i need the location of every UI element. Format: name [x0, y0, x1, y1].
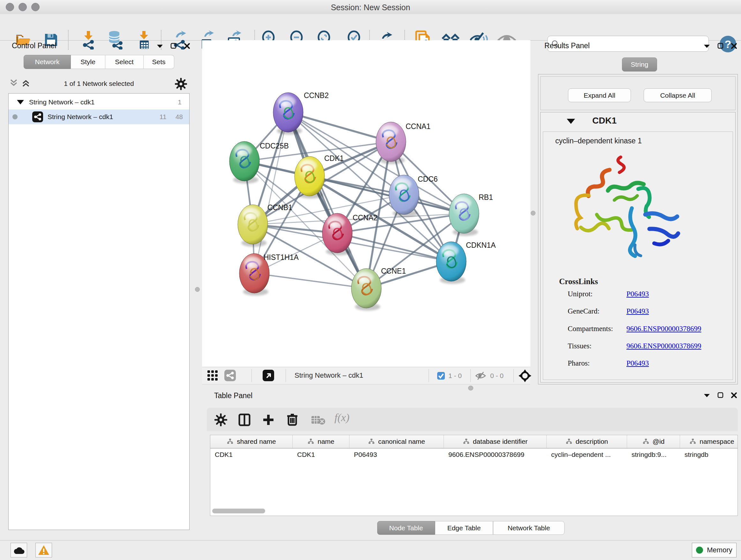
panel-float-icon[interactable]	[718, 43, 724, 49]
footer-separator	[470, 369, 471, 382]
delete-table-icon[interactable]	[312, 415, 326, 425]
results-panel-window-controls	[703, 43, 737, 49]
import-table-icon[interactable]	[134, 30, 154, 50]
tab-node-table[interactable]: Node Table	[377, 521, 435, 535]
panel-float-icon[interactable]	[171, 43, 177, 49]
network-share-badge-icon[interactable]	[224, 370, 236, 381]
collection-expand-icon[interactable]	[17, 100, 24, 105]
node-label-CDC6: CDC6	[418, 175, 438, 183]
import-network-file-icon[interactable]	[78, 30, 98, 50]
left-splitter-handle[interactable]	[195, 287, 200, 292]
selected-checkbox-icon[interactable]	[437, 372, 445, 380]
function-builder-icon[interactable]: f(x)	[334, 412, 349, 424]
table-cell: stringdb:9...	[627, 449, 680, 461]
node-CDC6[interactable]: CDC6	[389, 175, 438, 217]
panel-close-icon[interactable]	[184, 43, 190, 49]
column-header-description[interactable]: description	[547, 435, 627, 448]
expand-all-button[interactable]: Expand All	[568, 88, 631, 102]
table-panel-title: Table Panel	[214, 391, 253, 400]
collection-count: 1	[178, 98, 182, 106]
show-columns-icon[interactable]	[238, 414, 251, 426]
collapse-all-button[interactable]: Collapse All	[644, 88, 712, 102]
crosslink-link[interactable]: P06493	[626, 359, 649, 368]
open-in-window-icon[interactable]	[263, 370, 274, 381]
tab-string[interactable]: String	[622, 57, 657, 71]
node-label-RB1: RB1	[479, 193, 493, 201]
column-header-canonical-name[interactable]: canonical name	[349, 435, 444, 448]
column-header-@id[interactable]: @id	[627, 435, 680, 448]
window-title: Session: New Session	[0, 3, 741, 12]
tab-select[interactable]: Select	[105, 55, 144, 69]
node-CCNB2[interactable]: CCNB2	[273, 91, 329, 135]
table-panel-window-controls	[703, 392, 737, 398]
node-CDC25B[interactable]: CDC25B	[229, 141, 289, 184]
memory-label: Memory	[707, 546, 732, 554]
node-label-CCNA1: CCNA1	[406, 122, 430, 131]
network-tree: String Network – cdk1 1 String Network –…	[8, 93, 190, 530]
warning-status-button[interactable]	[36, 543, 52, 557]
tab-network-table[interactable]: Network Table	[493, 521, 564, 535]
node-HIST1H1A[interactable]: HIST1H1A	[239, 253, 299, 296]
birds-eye-grid-icon[interactable]	[207, 370, 218, 381]
protein-structure-image	[558, 147, 686, 269]
network-canvas[interactable]: CCNB2CCNA1CDC25BCDK1CDC6RB1CCNB1CCNA2CDK…	[202, 40, 530, 367]
node-table[interactable]: shared namenamecanonical namedatabase id…	[210, 435, 738, 516]
crosslink-link[interactable]: 9606.ENSP00000378699	[626, 325, 701, 333]
tab-edge-table[interactable]: Edge Table	[435, 521, 493, 535]
right-splitter-handle[interactable]	[531, 211, 536, 215]
table-gear-icon[interactable]	[214, 414, 227, 426]
add-column-icon[interactable]	[262, 414, 275, 426]
panel-float-icon[interactable]	[718, 392, 724, 398]
network-options-gear-icon[interactable]	[175, 78, 187, 90]
horizontal-splitter-handle[interactable]	[468, 386, 473, 390]
column-header-shared-name[interactable]: shared name	[210, 435, 293, 448]
column-header-name[interactable]: name	[293, 435, 349, 448]
import-network-database-icon[interactable]	[106, 30, 125, 50]
panel-close-icon[interactable]	[731, 392, 737, 398]
network-view-toolbar: String Network – cdk1 1 - 0 0 - 0	[202, 367, 530, 384]
tab-network[interactable]: Network	[23, 55, 71, 69]
cloud-icon	[13, 546, 25, 555]
network-edge-count: 48	[176, 113, 183, 121]
node-label-CCNB2: CCNB2	[304, 91, 329, 100]
memory-button[interactable]: Memory	[692, 543, 737, 557]
collapse-all-networks-icon[interactable]	[9, 78, 18, 87]
table-row[interactable]: CDK1CDK1P064939606.ENSP00000378699cyclin…	[210, 449, 738, 461]
network-row-selected[interactable]: String Network – cdk1 11 48	[9, 110, 189, 124]
panel-menu-icon[interactable]	[156, 44, 163, 48]
expand-all-networks-icon[interactable]	[21, 78, 30, 87]
delete-column-trash-icon[interactable]	[286, 413, 299, 426]
cloud-status-button[interactable]	[10, 543, 27, 557]
node-label-HIST1H1A: HIST1H1A	[264, 253, 299, 261]
column-type-icon	[565, 438, 572, 445]
node-CCNE1[interactable]: CCNE1	[351, 267, 406, 311]
node-label-CDK1: CDK1	[324, 154, 344, 163]
node-RB1[interactable]: RB1	[449, 193, 493, 236]
network-collection-row[interactable]: String Network – cdk1 1	[9, 95, 189, 110]
node-CCNB1[interactable]: CCNB1	[238, 203, 292, 247]
fit-content-crosshair-icon[interactable]	[519, 369, 531, 382]
panel-menu-icon[interactable]	[703, 393, 711, 397]
column-type-icon	[643, 438, 650, 445]
node-CDKN1A[interactable]: CDKN1A	[436, 241, 496, 284]
table-cell: P06493	[349, 449, 444, 461]
column-header-namespace[interactable]: namespace	[680, 435, 738, 448]
tab-style[interactable]: Style	[71, 55, 105, 69]
entry-description: cyclin–dependent kinase 1	[555, 137, 642, 145]
column-type-icon	[463, 438, 470, 445]
column-header-database-identifier[interactable]: database identifier	[444, 435, 547, 448]
crosslink-link[interactable]: 9606.ENSP00000378699	[626, 342, 701, 350]
control-panel-window-controls	[156, 43, 190, 49]
footer-separator	[286, 369, 286, 382]
network-node-count: 11	[159, 113, 166, 121]
horizontal-scrollbar[interactable]	[212, 509, 265, 513]
column-type-icon	[689, 438, 696, 445]
panel-menu-icon[interactable]	[703, 44, 711, 48]
tab-sets[interactable]: Sets	[144, 55, 174, 69]
crosslink-link[interactable]: P06493	[626, 307, 649, 315]
entry-collapse-icon[interactable]	[567, 119, 575, 124]
node-CCNA1[interactable]: CCNA1	[376, 122, 430, 164]
panel-close-icon[interactable]	[731, 43, 737, 49]
column-type-icon	[307, 438, 314, 445]
crosslink-link[interactable]: P06493	[626, 290, 649, 298]
